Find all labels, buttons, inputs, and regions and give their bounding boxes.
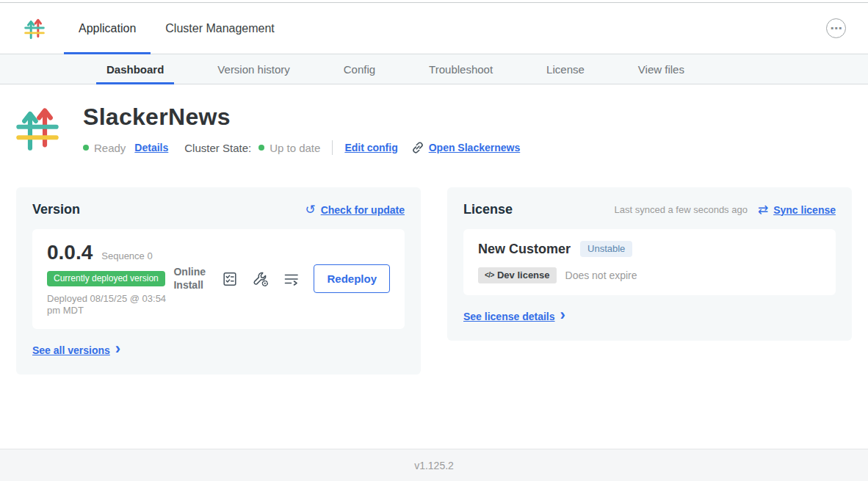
customer-name: New Customer — [478, 242, 571, 257]
open-app-link-text[interactable]: Open Slackernews — [429, 142, 521, 153]
edit-config-link[interactable]: Edit config — [344, 142, 397, 153]
app-status-text: Ready — [94, 142, 126, 154]
cluster-state-dot — [258, 145, 264, 151]
version-card-title: Version — [32, 202, 80, 217]
app-icon — [16, 105, 59, 152]
page-title: SlackerNews — [83, 104, 520, 131]
cluster-state-value: Up to date — [270, 142, 320, 154]
deployed-version-badge: Currently deployed version — [47, 271, 165, 286]
version-card-header: Version ↺ Check for update — [32, 202, 405, 217]
checklist-icon — [222, 271, 238, 287]
see-license-details-link[interactable]: See license details › — [463, 308, 565, 325]
current-version-panel: 0.0.4 Sequence 0 Currently deployed vers… — [32, 229, 405, 329]
top-nav: Application Cluster Management ⋯ — [0, 3, 868, 54]
console-version: v1.125.2 — [414, 460, 454, 471]
license-card-title: License — [463, 202, 513, 217]
logs-icon — [283, 271, 300, 287]
install-type-label: Online Install — [173, 266, 208, 292]
app-status-row: Ready Details Cluster State: Up to date … — [83, 140, 520, 155]
sequence-label: Sequence 0 — [101, 250, 152, 261]
license-card: License Last synced a few seconds ago ⇄ … — [447, 187, 852, 341]
top-tabs: Application Cluster Management — [64, 3, 289, 54]
redeploy-button[interactable]: Redeploy — [314, 264, 390, 293]
version-card: Version ↺ Check for update 0.0.4 Sequenc… — [16, 187, 421, 375]
sync-license-label: Sync license — [773, 204, 836, 216]
link-icon — [411, 141, 424, 154]
sync-icon: ⇄ — [758, 203, 768, 216]
see-license-details-label: See license details — [463, 311, 555, 322]
tab-application[interactable]: Application — [64, 3, 151, 54]
channel-badge: Unstable — [580, 241, 632, 257]
check-for-update-link[interactable]: ↺ Check for update — [305, 203, 405, 216]
tab-cluster-management[interactable]: Cluster Management — [151, 3, 289, 54]
subnav-item-license[interactable]: License — [526, 54, 605, 84]
last-synced-text: Last synced a few seconds ago — [615, 204, 748, 215]
see-all-versions-label: See all versions — [32, 344, 110, 356]
ready-status-dot — [83, 145, 89, 151]
deployed-timestamp: Deployed 08/15/25 @ 03:54 pm MDT — [47, 293, 173, 317]
app-subnav: Dashboard Version history Config Trouble… — [0, 54, 868, 84]
refresh-icon: ↺ — [305, 203, 315, 216]
brand-logo-icon — [24, 3, 45, 54]
chevron-right-icon: › — [115, 341, 120, 357]
subnav-item-version-history[interactable]: Version history — [197, 54, 310, 84]
subnav-item-troubleshoot[interactable]: Troubleshoot — [408, 54, 513, 84]
dashboard-main: SlackerNews Ready Details Cluster State:… — [0, 84, 868, 449]
license-card-header: License Last synced a few seconds ago ⇄ … — [463, 202, 836, 217]
version-number: 0.0.4 — [47, 241, 93, 264]
license-type-label: Dev license — [497, 270, 550, 281]
cluster-state-label: Cluster State: — [184, 142, 251, 154]
license-details-panel: New Customer Unstable </> Dev license Do… — [463, 229, 836, 295]
topbar-spacer — [289, 3, 826, 54]
sync-license-link[interactable]: ⇄ Sync license — [758, 203, 836, 216]
license-expiry: Does not expire — [565, 270, 637, 281]
version-actions: Online Install — [173, 264, 390, 293]
edit-config-button[interactable] — [252, 271, 269, 287]
footer: v1.125.2 — [0, 449, 868, 481]
open-app-link[interactable]: Open Slackernews — [411, 141, 521, 154]
details-link[interactable]: Details — [134, 142, 168, 153]
license-type-badge: </> Dev license — [478, 267, 557, 283]
release-notes-button[interactable] — [222, 271, 238, 287]
subnav-item-config[interactable]: Config — [323, 54, 396, 84]
check-for-update-label: Check for update — [321, 204, 405, 216]
code-icon: </> — [485, 271, 494, 279]
subnav-item-dashboard[interactable]: Dashboard — [86, 54, 184, 84]
dashboard-cards: Version ↺ Check for update 0.0.4 Sequenc… — [16, 187, 852, 375]
status-divider — [332, 140, 333, 155]
version-info: 0.0.4 Sequence 0 Currently deployed vers… — [47, 241, 173, 317]
wrench-gear-icon — [252, 271, 269, 287]
see-all-versions-link[interactable]: See all versions › — [32, 342, 120, 358]
subnav-item-view-files[interactable]: View files — [618, 54, 705, 84]
chevron-right-icon: › — [560, 307, 565, 323]
deploy-logs-button[interactable] — [283, 271, 300, 287]
app-header: SlackerNews Ready Details Cluster State:… — [16, 104, 852, 155]
overflow-menu-button[interactable]: ⋯ — [826, 18, 846, 38]
ellipsis-icon: ⋯ — [831, 23, 842, 35]
